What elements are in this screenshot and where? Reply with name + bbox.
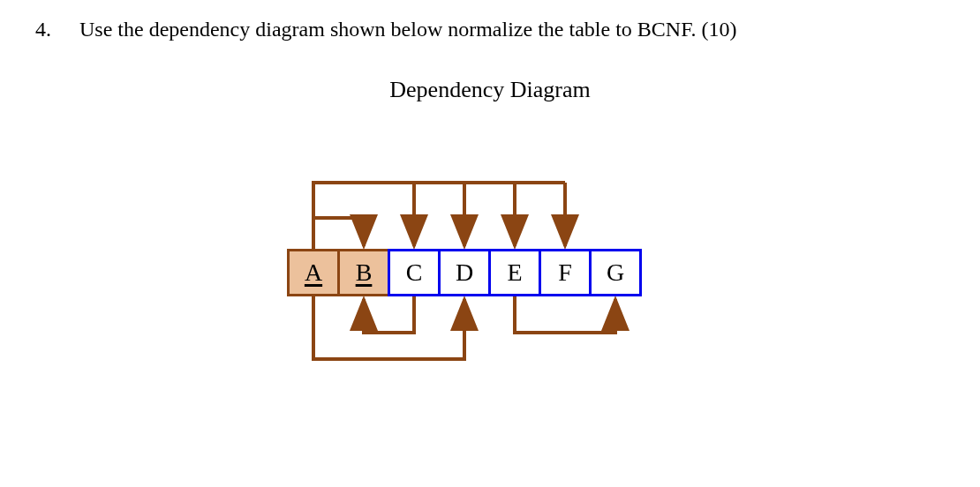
cell-E: E — [488, 249, 541, 296]
question-number: 4. — [35, 18, 62, 41]
attribute-cells: A B C D E F G — [287, 249, 642, 296]
cell-B: B — [337, 249, 390, 296]
cell-F: F — [539, 249, 592, 296]
cell-G: G — [589, 249, 642, 296]
cell-C: C — [388, 249, 441, 296]
question-line: 4. Use the dependency diagram shown belo… — [35, 18, 945, 41]
dependency-diagram: A B C D E F G — [181, 147, 799, 394]
cell-D: D — [438, 249, 491, 296]
diagram-title: Dependency Diagram — [35, 77, 945, 103]
question-text: Use the dependency diagram shown below n… — [79, 18, 737, 41]
cell-A: A — [287, 249, 340, 296]
